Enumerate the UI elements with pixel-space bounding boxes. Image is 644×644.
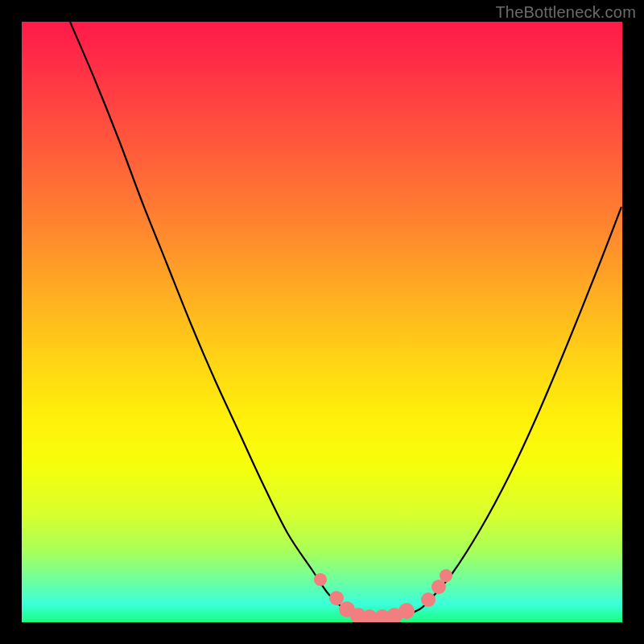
trough-point [329,591,344,605]
trough-point [374,609,390,622]
trough-point [421,592,436,607]
trough-markers [314,569,452,622]
trough-point [440,569,452,582]
trough-point [339,601,355,617]
watermark-text: TheBottleneck.com [495,3,636,22]
trough-point [314,573,327,586]
trough-point [431,580,446,594]
trough-point [350,608,366,622]
trough-point [361,609,378,622]
bottleneck-curve [70,22,621,618]
chart-plot-area [22,22,622,622]
curve-layer [22,22,622,622]
trough-point [386,608,402,622]
trough-point [398,603,415,619]
